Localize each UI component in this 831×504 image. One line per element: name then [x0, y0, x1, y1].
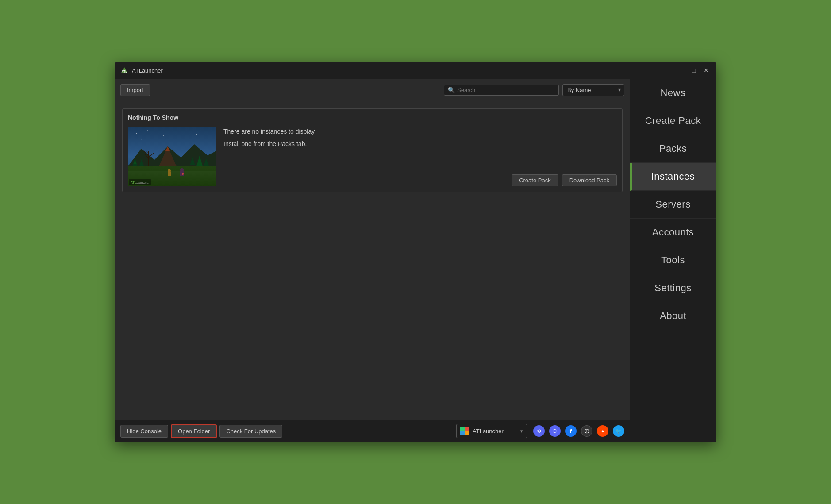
maximize-button[interactable]: □: [689, 66, 698, 75]
empty-state-content: ATL LAUNCHER There are no instances to d…: [128, 127, 617, 186]
sidebar-item-tools[interactable]: Tools: [630, 246, 716, 274]
github-icon[interactable]: ⊕: [581, 425, 592, 437]
profile-label: ATLauncher: [473, 428, 517, 435]
sidebar-item-packs[interactable]: Packs: [630, 135, 716, 163]
hide-console-button[interactable]: Hide Console: [120, 425, 168, 438]
import-button[interactable]: Import: [120, 84, 150, 96]
download-pack-button[interactable]: Download Pack: [562, 174, 617, 186]
app-window: ATL ATLauncher — □ ✕ Import 🔍 B: [115, 62, 716, 442]
svg-point-6: [181, 131, 181, 132]
sidebar-item-instances[interactable]: Instances: [630, 163, 716, 191]
svg-text:LAUNCHER: LAUNCHER: [136, 181, 151, 184]
sort-wrapper: By Name By Date By Size: [562, 84, 624, 96]
sidebar-item-news[interactable]: News: [630, 79, 716, 107]
reddit-icon[interactable]: ●: [597, 425, 608, 437]
window-title: ATLauncher: [132, 67, 677, 74]
toolbar: Import 🔍 By Name By Date By Size: [115, 79, 630, 101]
empty-message-2: Install one from the Packs tab.: [223, 139, 617, 149]
empty-state-title: Nothing To Show: [128, 114, 617, 121]
empty-state-actions: Create Pack Download Pack: [223, 174, 617, 186]
svg-marker-26: [128, 166, 216, 171]
sidebar-item-settings[interactable]: Settings: [630, 274, 716, 302]
twitter-icon[interactable]: 🐦: [613, 425, 624, 437]
sidebar: News Create Pack Packs Instances Servers…: [630, 79, 716, 442]
svg-point-4: [147, 130, 148, 131]
minimize-button[interactable]: —: [677, 66, 686, 75]
empty-message-1: There are no instances to display.: [223, 127, 617, 136]
sidebar-item-create-pack[interactable]: Create Pack: [630, 107, 716, 135]
search-icon: 🔍: [448, 87, 455, 93]
open-folder-button[interactable]: Open Folder: [171, 424, 217, 438]
profile-dropdown-arrow: ▾: [520, 428, 523, 434]
app-icon: ATL: [120, 66, 128, 74]
sidebar-item-about[interactable]: About: [630, 302, 716, 330]
check-updates-button[interactable]: Check For Updates: [219, 425, 282, 438]
svg-point-7: [196, 134, 197, 135]
search-box: 🔍: [444, 85, 559, 96]
profile-dropdown[interactable]: ATLauncher ▾: [456, 424, 527, 438]
search-input[interactable]: [457, 87, 555, 93]
sidebar-item-servers[interactable]: Servers: [630, 191, 716, 219]
content-area: Import 🔍 By Name By Date By Size N: [115, 79, 630, 442]
discord-icon[interactable]: D: [549, 425, 561, 437]
empty-state-messages: There are no instances to display. Insta…: [223, 127, 617, 152]
titlebar: ATL ATLauncher — □ ✕: [115, 62, 716, 79]
empty-state-panel: Nothing To Show: [122, 108, 623, 192]
svg-point-5: [163, 135, 164, 136]
main-area: Import 🔍 By Name By Date By Size N: [115, 79, 716, 442]
svg-point-8: [141, 139, 141, 140]
svg-point-3: [136, 133, 137, 134]
empty-state-text-area: There are no instances to display. Insta…: [223, 127, 617, 186]
svg-point-31: [168, 169, 171, 172]
sort-dropdown[interactable]: By Name By Date By Size: [562, 84, 624, 96]
sidebar-item-accounts[interactable]: Accounts: [630, 219, 716, 246]
svg-rect-19: [148, 151, 149, 166]
svg-point-9: [158, 142, 159, 142]
svg-point-28: [180, 168, 184, 172]
instances-area: Nothing To Show: [115, 101, 630, 420]
facebook-icon[interactable]: f: [565, 425, 577, 437]
svg-point-29: [182, 173, 184, 175]
svg-text:ATL: ATL: [121, 70, 127, 73]
bottombar: Hide Console Open Folder Check For Updat…: [115, 420, 630, 442]
create-pack-button[interactable]: Create Pack: [512, 174, 558, 186]
window-controls: — □ ✕: [677, 66, 711, 75]
social-icons: ❄ D f ⊕ ● 🐦: [533, 425, 624, 437]
close-button[interactable]: ✕: [702, 66, 711, 75]
empty-state-image: ATL LAUNCHER: [128, 127, 216, 186]
patreon-icon[interactable]: ❄: [533, 425, 545, 437]
profile-icon: [460, 427, 469, 435]
